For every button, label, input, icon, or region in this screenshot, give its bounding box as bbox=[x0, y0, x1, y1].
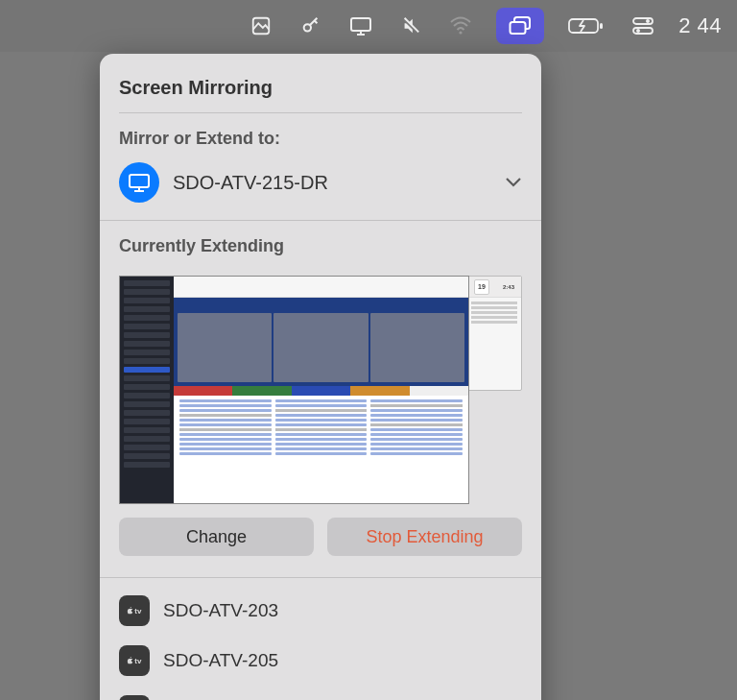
chevron-down-icon[interactable] bbox=[505, 177, 522, 188]
display-icon[interactable] bbox=[346, 12, 375, 40]
wifi-icon[interactable] bbox=[446, 12, 475, 40]
active-device-name: SDO-ATV-215-DR bbox=[173, 172, 491, 194]
svg-rect-14 bbox=[130, 175, 149, 187]
appletv-icon: tv bbox=[119, 695, 150, 700]
device-name: SDO-ATV-205 bbox=[163, 650, 278, 671]
device-name: SDO-ATV-203 bbox=[163, 600, 278, 621]
photos-icon[interactable] bbox=[247, 12, 275, 40]
svg-rect-9 bbox=[600, 23, 603, 29]
stop-extending-button[interactable]: Stop Extending bbox=[327, 518, 522, 556]
appletv-icon: tv bbox=[119, 595, 150, 626]
control-center-icon[interactable] bbox=[629, 12, 657, 40]
menubar: 2 44 bbox=[0, 0, 737, 52]
primary-display-thumbnail[interactable] bbox=[119, 276, 469, 504]
svg-rect-7 bbox=[511, 22, 526, 34]
svg-point-5 bbox=[460, 31, 463, 34]
currently-extending-label: Currently Extending bbox=[100, 221, 541, 266]
device-list-item[interactable]: tv SDO-ATV-203 bbox=[100, 586, 541, 636]
active-display-icon bbox=[119, 162, 159, 203]
mirror-extend-label: Mirror or Extend to: bbox=[100, 113, 541, 158]
device-list-item[interactable]: tv SDO-ATV-216-KP bbox=[100, 686, 541, 700]
available-devices-list: tv SDO-ATV-203 tv SDO-ATV-205 tv SDO-ATV… bbox=[100, 578, 541, 700]
display-arrangement-preview[interactable]: 19 2:43 bbox=[119, 276, 522, 504]
screen-mirroring-popover: Screen Mirroring Mirror or Extend to: SD… bbox=[100, 54, 541, 700]
svg-rect-2 bbox=[351, 18, 370, 31]
menubar-clock[interactable]: 2 44 bbox=[678, 13, 722, 38]
change-button[interactable]: Change bbox=[119, 518, 314, 556]
active-device-row[interactable]: SDO-ATV-215-DR bbox=[100, 158, 541, 220]
button-row: Change Stop Extending bbox=[100, 518, 541, 577]
key-icon[interactable] bbox=[297, 12, 325, 40]
svg-point-1 bbox=[304, 24, 311, 31]
svg-point-11 bbox=[646, 19, 650, 23]
screen-mirroring-menu-icon[interactable] bbox=[496, 8, 544, 44]
mute-icon[interactable] bbox=[396, 12, 425, 40]
panel-title: Screen Mirroring bbox=[100, 71, 541, 112]
battery-icon[interactable] bbox=[565, 12, 607, 40]
preview-clock: 2:43 bbox=[503, 284, 514, 290]
preview-calendar-day: 19 bbox=[478, 283, 486, 290]
secondary-display-thumbnail[interactable]: 19 2:43 bbox=[466, 276, 522, 391]
svg-point-13 bbox=[636, 29, 640, 33]
appletv-icon: tv bbox=[119, 645, 150, 676]
device-list-item[interactable]: tv SDO-ATV-205 bbox=[100, 636, 541, 686]
